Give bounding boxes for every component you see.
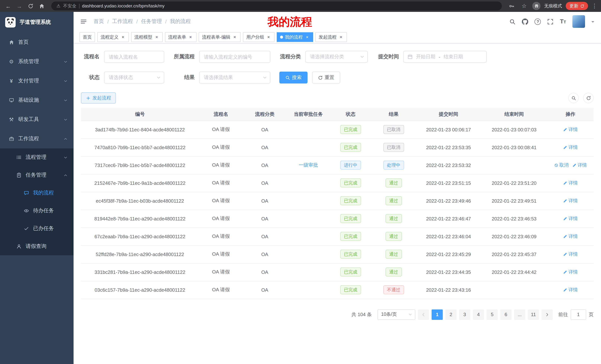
sidebar-item-workflow[interactable]: 工作流程	[0, 129, 74, 148]
start-process-button[interactable]: 发起流程	[81, 92, 116, 104]
refresh-table-icon[interactable]	[583, 93, 594, 103]
page-button-3[interactable]: 3	[459, 309, 470, 320]
browser-forward-icon[interactable]: →	[15, 1, 24, 10]
close-tab-icon[interactable]	[305, 35, 310, 40]
detail-link[interactable]: 详情	[563, 198, 578, 204]
category-select[interactable]: 请选择流程分类	[305, 51, 368, 63]
sidebar-item-devtools[interactable]: ⚒ 研发工具	[0, 110, 74, 129]
detail-link[interactable]: 详情	[563, 126, 578, 133]
edit-icon	[563, 181, 567, 185]
date-range-picker[interactable]: 开始日期 - 结束日期	[403, 51, 487, 63]
cell-submit-time: 2022-01-22 23:44:35	[416, 263, 481, 281]
password-key-icon[interactable]	[507, 1, 516, 10]
sidebar-item-process-management[interactable]: 流程管理	[0, 148, 74, 166]
reset-button[interactable]: 重置	[312, 72, 340, 84]
help-icon[interactable]: ?	[535, 18, 541, 25]
page-size-select[interactable]: 10条/页	[377, 309, 415, 320]
detail-link[interactable]: 详情	[563, 269, 578, 275]
cell-category: OA	[243, 210, 287, 228]
hamburger-icon[interactable]	[80, 18, 87, 25]
breadcrumb-item[interactable]: 首页	[94, 18, 112, 25]
browser-home-icon[interactable]	[37, 1, 46, 10]
table-row: 819442e8-7b9a-11ec-a290-acde48001122 OA …	[81, 210, 594, 228]
sidebar-item-system[interactable]: ⚙ 系统管理	[0, 52, 74, 71]
detail-link[interactable]: 详情	[563, 233, 578, 239]
tab-process-model[interactable]: 流程模型	[131, 32, 163, 42]
current-task-link[interactable]: 一级审批	[299, 162, 318, 168]
cell-name: OA 请假	[199, 174, 243, 192]
sidebar-item-done-tasks[interactable]: 已办任务	[0, 220, 74, 238]
page-button-4[interactable]: 4	[473, 309, 484, 320]
fullscreen-icon[interactable]	[547, 18, 554, 25]
page-button-11[interactable]: 11	[528, 309, 539, 320]
result-select[interactable]: 请选择流结果	[199, 72, 270, 84]
goto-unit: 页	[589, 311, 594, 318]
sidebar-item-leave-query[interactable]: 请假查询	[0, 238, 74, 255]
tab-process-form[interactable]: 流程表单	[165, 32, 197, 42]
status-select[interactable]: 请选择状态	[104, 72, 164, 84]
sidebar-item-payment[interactable]: ¥ 支付管理	[0, 71, 74, 91]
detail-link[interactable]: 详情	[563, 180, 578, 186]
detail-link[interactable]: 详情	[563, 144, 578, 151]
cell-task	[287, 245, 330, 263]
sidebar-item-infra[interactable]: 基础设施	[0, 91, 74, 110]
show-search-icon[interactable]	[568, 93, 579, 103]
close-tab-icon[interactable]	[232, 35, 237, 40]
breadcrumb-item[interactable]: 任务管理	[141, 18, 170, 25]
page-button-5[interactable]: 5	[487, 309, 498, 320]
app-logo[interactable]: 芋道管理系统	[0, 12, 74, 33]
tab-my-process[interactable]: 我的流程	[277, 32, 313, 42]
close-tab-icon[interactable]	[120, 35, 126, 40]
browser-back-icon[interactable]: ←	[4, 1, 13, 10]
tab-process-definition[interactable]: 流程定义	[97, 32, 129, 42]
tab-process-form-edit[interactable]: 流程表单-编辑	[199, 32, 241, 42]
avatar-caret-icon[interactable]	[591, 21, 594, 24]
cell-category: OA	[243, 174, 287, 192]
goto-page-input[interactable]	[571, 309, 586, 320]
breadcrumb-item[interactable]: 工作流程	[112, 18, 141, 25]
cell-submit-time: 2022-01-22 23:53:35	[416, 138, 481, 156]
tab-start-process[interactable]: 发起流程	[315, 32, 347, 42]
cell-id: 03c6c157-7b9a-11ec-a290-acde48001122	[81, 281, 199, 299]
tab-home[interactable]: 首页	[80, 32, 95, 42]
user-avatar[interactable]	[572, 15, 585, 28]
incognito-icon	[532, 2, 541, 10]
close-tab-icon[interactable]	[154, 35, 159, 40]
detail-link[interactable]: 详情	[563, 251, 578, 257]
detail-link[interactable]: 详情	[572, 162, 587, 168]
update-button[interactable]: 更新	[566, 2, 588, 10]
page-ellipsis[interactable]: ...	[514, 309, 525, 320]
sidebar-item-task-management[interactable]: 任务管理	[0, 166, 74, 184]
cell-name: OA 请假	[199, 263, 243, 281]
status-badge: 已完成	[340, 143, 361, 152]
close-tab-icon[interactable]	[266, 35, 271, 40]
tab-user-group[interactable]: 用户分组	[243, 32, 274, 42]
search-button[interactable]: 搜索	[279, 72, 308, 84]
sidebar-item-todo-tasks[interactable]: 待办任务	[0, 202, 74, 220]
user-icon	[16, 244, 22, 249]
process-name-input[interactable]	[104, 51, 164, 63]
page-button-2[interactable]: 2	[445, 309, 457, 320]
sidebar-item-my-process[interactable]: 我的流程	[0, 184, 74, 202]
close-tab-icon[interactable]	[338, 35, 344, 40]
next-page-button[interactable]	[541, 309, 553, 320]
address-bar[interactable]: ⚠ 不安全 dashboard.yudao.iocoder.cn/bpm/tas…	[51, 1, 502, 10]
cancel-link[interactable]: 取消	[554, 162, 569, 168]
bookmark-star-icon[interactable]: ☆	[520, 1, 529, 10]
process-definition-input[interactable]	[199, 51, 270, 63]
detail-link[interactable]: 详情	[563, 287, 578, 293]
sidebar-item-home[interactable]: 首页	[0, 33, 74, 52]
cell-status: 进行中	[330, 156, 371, 174]
prev-page-button[interactable]	[418, 309, 429, 320]
browser-reload-icon[interactable]	[26, 1, 35, 10]
page-button-1[interactable]: 1	[432, 309, 443, 320]
font-size-icon[interactable]: TT	[560, 18, 566, 25]
search-icon[interactable]	[510, 18, 516, 25]
cell-submit-time: 2022-01-22 23:43:16	[416, 281, 481, 299]
browser-menu-icon[interactable]: ⋮	[592, 3, 597, 9]
col-category: 流程分类	[243, 108, 287, 121]
detail-link[interactable]: 详情	[563, 215, 578, 222]
close-tab-icon[interactable]	[188, 35, 193, 40]
page-button-6[interactable]: 6	[500, 309, 511, 320]
github-icon[interactable]	[522, 18, 528, 25]
